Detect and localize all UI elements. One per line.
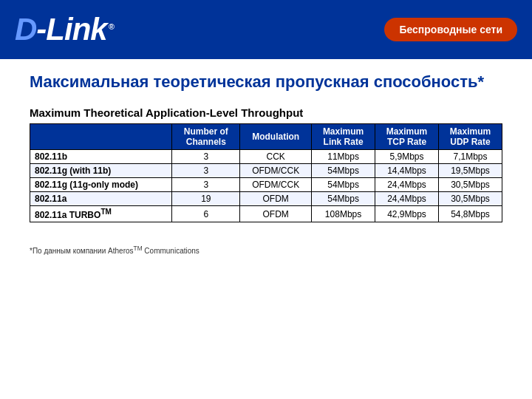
cell-value: 24,4Mbps xyxy=(375,192,439,206)
table-row: 802.11g (with 11b)3OFDM/CCK54Mbps14,4Mbp… xyxy=(30,164,502,178)
main-content: Максимальная теоретическая пропускная сп… xyxy=(0,59,532,262)
cell-value: CCK xyxy=(240,150,312,164)
table-row: 802.11g (11g-only mode)3OFDM/CCK54Mbps24… xyxy=(30,178,502,192)
footnote: *По данным компании AtherosTM Communicat… xyxy=(30,245,502,255)
cell-standard: 802.11a xyxy=(30,192,172,206)
table-row: 802.11b3CCK11Mbps5,9Mbps7,1Mbps xyxy=(30,150,502,164)
logo-container: D-Link® xyxy=(15,12,114,47)
dlink-logo: D-Link® xyxy=(15,12,114,47)
cell-value: OFDM xyxy=(240,192,312,206)
cell-value: 11Mbps xyxy=(312,150,375,164)
cell-value: OFDM/CCK xyxy=(240,164,312,178)
cell-value: 108Mbps xyxy=(312,206,375,222)
cell-standard: 802.11b xyxy=(30,150,172,164)
cell-value: 3 xyxy=(172,178,240,192)
cell-value: 7,1Mbps xyxy=(438,150,502,164)
table-title: Maximum Theoretical Application-Level Th… xyxy=(30,106,502,119)
col-header-tcp-rate: MaximumTCP Rate xyxy=(375,124,439,150)
col-header-modulation: Modulation xyxy=(240,124,312,150)
cell-value: 19,5Mbps xyxy=(438,164,502,178)
col-header-link-rate: MaximumLink Rate xyxy=(312,124,375,150)
cell-value: 54Mbps xyxy=(312,178,375,192)
header-badge: Беспроводные сети xyxy=(384,18,517,41)
cell-value: 19 xyxy=(172,192,240,206)
trademark-sup: TM xyxy=(134,245,143,252)
header: D-Link® Беспроводные сети xyxy=(0,0,532,59)
cell-value: 5,9Mbps xyxy=(375,150,439,164)
cell-value: 14,4Mbps xyxy=(375,164,439,178)
logo-registered: ® xyxy=(109,22,114,31)
col-header-udp-rate: MaximumUDP Rate xyxy=(438,124,502,150)
cell-value: 54Mbps xyxy=(312,164,375,178)
cell-value: OFDM xyxy=(240,206,312,222)
footnote-text: *По данным компании AtherosTM Communicat… xyxy=(30,247,200,255)
cell-value: 3 xyxy=(172,164,240,178)
table-row: 802.11a19OFDM54Mbps24,4Mbps30,5Mbps xyxy=(30,192,502,206)
throughput-table: Number ofChannels Modulation MaximumLink… xyxy=(30,123,502,222)
cell-value: 30,5Mbps xyxy=(438,178,502,192)
cell-value: 30,5Mbps xyxy=(438,192,502,206)
cell-value: 6 xyxy=(172,206,240,222)
table-row: 802.11a TURBOTM6OFDM108Mbps42,9Mbps54,8M… xyxy=(30,206,502,222)
page-title: Максимальная теоретическая пропускная сп… xyxy=(30,72,502,92)
col-header-standard xyxy=(30,124,172,150)
cell-value: 54Mbps xyxy=(312,192,375,206)
cell-value: 3 xyxy=(172,150,240,164)
cell-standard: 802.11a TURBOTM xyxy=(30,206,172,222)
cell-value: 54,8Mbps xyxy=(438,206,502,222)
col-header-channels: Number ofChannels xyxy=(172,124,240,150)
cell-value: 42,9Mbps xyxy=(375,206,439,222)
cell-value: 24,4Mbps xyxy=(375,178,439,192)
badge-text: Беспроводные сети xyxy=(399,24,502,35)
cell-standard: 802.11g (11g-only mode) xyxy=(30,178,172,192)
cell-standard: 802.11g (with 11b) xyxy=(30,164,172,178)
cell-value: OFDM/CCK xyxy=(240,178,312,192)
